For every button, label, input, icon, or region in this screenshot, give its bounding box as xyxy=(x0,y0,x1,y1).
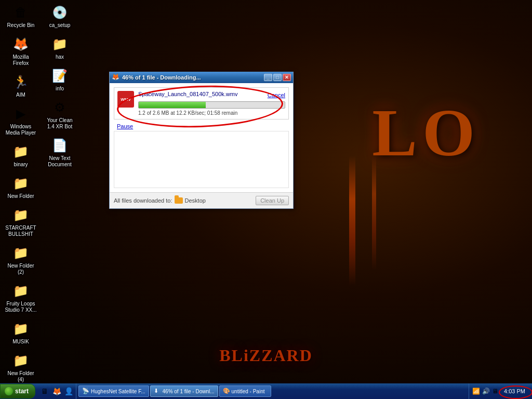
icon-label: AIM xyxy=(16,92,25,98)
folder-icon: 📁 xyxy=(12,283,29,299)
icon-windows-media-player[interactable]: ▶ Windows Media Player xyxy=(3,104,39,138)
icon-binary[interactable]: 📁 binary xyxy=(3,142,39,169)
desktop-icons-col2: 💿 ca_setup 📁 hax 📝 info ⚙ Your Clean 1.4… xyxy=(42,3,78,172)
start-button[interactable]: start xyxy=(0,384,35,398)
blizzard-logo: BLiZZARD xyxy=(219,346,313,365)
systray-volume-icon: 🔊 xyxy=(482,388,490,395)
footer-label: All files downloaded to: xyxy=(114,197,172,204)
icon-label: info xyxy=(56,86,64,92)
folder-icon: 📁 xyxy=(12,245,29,261)
taskbar-item-label: untitled - Paint xyxy=(232,389,265,394)
diablo-logo-text: LO xyxy=(372,94,480,171)
close-button[interactable]: ✕ xyxy=(283,74,291,81)
icon-aim[interactable]: 🏃 AIM xyxy=(3,72,39,100)
wmp-icon: ▶ xyxy=(12,105,29,122)
icon-musik[interactable]: 📁 MUSIK xyxy=(3,319,39,347)
desktop-icons-col1: 🗑 Recycle Bin 🦊 Mozilla Firefox 🏃 AIM ▶ … xyxy=(3,3,39,399)
cleanup-button[interactable]: Clean Up xyxy=(256,196,289,205)
footer-destination: All files downloaded to: Desktop xyxy=(114,197,256,204)
ql-person[interactable]: 👤 xyxy=(63,386,74,396)
icon-label: New Text Document xyxy=(43,155,76,168)
taskbar-item-label: 46% of 1 file - Downl... xyxy=(163,389,215,394)
download-item: WMV Spaceway_Launch_081407_500k.wmv Canc… xyxy=(114,87,289,119)
folder-icon: 📁 xyxy=(12,321,29,337)
quick-launch: 🖥 🦊 👤 xyxy=(37,383,76,399)
aim-icon: 🏃 xyxy=(12,74,29,90)
folder-icon: 📁 xyxy=(12,352,29,369)
dialog-footer: All files downloaded to: Desktop Clean U… xyxy=(110,192,293,208)
folder-icon: 📁 xyxy=(12,143,29,160)
icon-new-text-document[interactable]: 📄 New Text Document xyxy=(42,136,78,169)
taskbar: start 🖥 🦊 👤 📡 HughesNet Satellite F... ⬇… xyxy=(0,383,532,399)
system-tray: 📶 🔊 🖥 4:03 PM xyxy=(469,383,532,399)
icon-info[interactable]: 📝 info xyxy=(42,66,78,94)
minimize-button[interactable]: _ xyxy=(264,74,272,81)
download-filename: Spaceway_Launch_081407_500k.wmv xyxy=(138,91,237,97)
taskbar-item-paint[interactable]: 🎨 untitled - Paint xyxy=(219,385,271,397)
start-label: start xyxy=(15,388,29,395)
icon-label: Windows Media Player xyxy=(4,124,37,136)
icon-label: binary xyxy=(14,162,28,168)
progress-bar-fill xyxy=(139,102,206,108)
icon-hax[interactable]: 📁 hax xyxy=(42,34,78,62)
recycle-bin-icon: 🗑 xyxy=(12,4,29,21)
icon-fruity-loops[interactable]: 📁 Fruity Loops Studio 7 XX... xyxy=(3,281,39,315)
icon-label: Fruity Loops Studio 7 XX... xyxy=(4,301,37,313)
pillar-right xyxy=(372,156,376,270)
taskbar-items: 📡 HughesNet Satellite F... ⬇ 46% of 1 fi… xyxy=(78,385,469,397)
taskbar-item-download[interactable]: ⬇ 46% of 1 file - Downl... xyxy=(150,385,218,397)
icon-ca-setup[interactable]: 💿 ca_setup xyxy=(42,3,78,30)
icon-starcraft[interactable]: 📁 STARCRAFT BULLSHIT xyxy=(3,205,39,239)
start-orb-icon xyxy=(5,387,13,395)
folder-icon: 📁 xyxy=(12,207,29,223)
destination-folder-icon xyxy=(175,197,183,204)
icon-mozilla-firefox[interactable]: 🦊 Mozilla Firefox xyxy=(3,34,39,68)
maximize-button[interactable]: □ xyxy=(273,74,282,81)
pause-link[interactable]: Pause xyxy=(117,123,133,129)
dialog-title: 46% of 1 file - Downloading... xyxy=(122,74,264,81)
download-dialog: 🦊 46% of 1 file - Downloading... _ □ ✕ W… xyxy=(109,72,294,209)
pillar-left xyxy=(349,156,355,286)
bot-icon: ⚙ xyxy=(51,99,68,116)
taskbar-item-hughesnet[interactable]: 📡 HughesNet Satellite F... xyxy=(78,385,149,397)
firefox-title-icon: 🦊 xyxy=(112,73,120,82)
download-list-area xyxy=(114,131,289,188)
paint-icon: 🎨 xyxy=(223,388,230,395)
ql-firefox[interactable]: 🦊 xyxy=(51,386,62,396)
folder-icon: 📁 xyxy=(12,175,29,192)
dialog-body: WMV Spaceway_Launch_081407_500k.wmv Canc… xyxy=(110,83,293,192)
icon-new-folder[interactable]: 📁 New Folder xyxy=(3,174,39,201)
icon-new-folder-4[interactable]: 📁 New Folder (4) xyxy=(3,351,39,384)
systray-display-icon: 🖥 xyxy=(492,388,498,395)
download-info: Spaceway_Launch_081407_500k.wmv Cancel 1… xyxy=(138,91,285,116)
icon-label: New Folder (4) xyxy=(4,370,37,383)
icon-label: New Folder (2) xyxy=(4,263,37,275)
icon-label: Your Clean 1.4 XR Bot xyxy=(43,117,76,130)
system-clock: 4:03 PM xyxy=(500,387,529,395)
dialog-actions: Pause xyxy=(114,122,289,131)
icon-recycle-bin[interactable]: 🗑 Recycle Bin xyxy=(3,3,39,30)
icon-label: hax xyxy=(56,54,64,60)
progress-bar-container xyxy=(138,101,285,109)
wmv-icon: WMV xyxy=(117,91,134,108)
hughesnet-icon: 📡 xyxy=(82,388,89,395)
download-icon: ⬇ xyxy=(154,388,161,395)
info-icon: 📝 xyxy=(51,68,68,84)
icon-label: New Folder xyxy=(7,193,34,200)
desktop: LO BLiZZARD 🗑 Recycle Bin 🦊 Mozilla Fire… xyxy=(0,0,532,399)
icon-label: STARCRAFT BULLSHIT xyxy=(4,225,37,237)
icon-label: MUSIK xyxy=(12,339,29,345)
firefox-icon: 🦊 xyxy=(12,36,29,52)
taskbar-item-label: HughesNet Satellite F... xyxy=(91,389,145,394)
setup-icon: 💿 xyxy=(51,4,68,21)
ql-show-desktop[interactable]: 🖥 xyxy=(39,386,50,396)
icon-label: ca_setup xyxy=(49,22,71,29)
icon-new-folder-2[interactable]: 📁 New Folder (2) xyxy=(3,243,39,277)
icon-label: Recycle Bin xyxy=(7,22,35,29)
text-file-icon: 📄 xyxy=(51,137,68,154)
cancel-link[interactable]: Cancel xyxy=(268,92,285,98)
icon-clean-xr-bot[interactable]: ⚙ Your Clean 1.4 XR Bot xyxy=(42,98,78,131)
destination-path: Desktop xyxy=(185,197,206,204)
icon-label: Mozilla Firefox xyxy=(4,54,37,66)
dialog-controls: _ □ ✕ xyxy=(264,74,291,81)
